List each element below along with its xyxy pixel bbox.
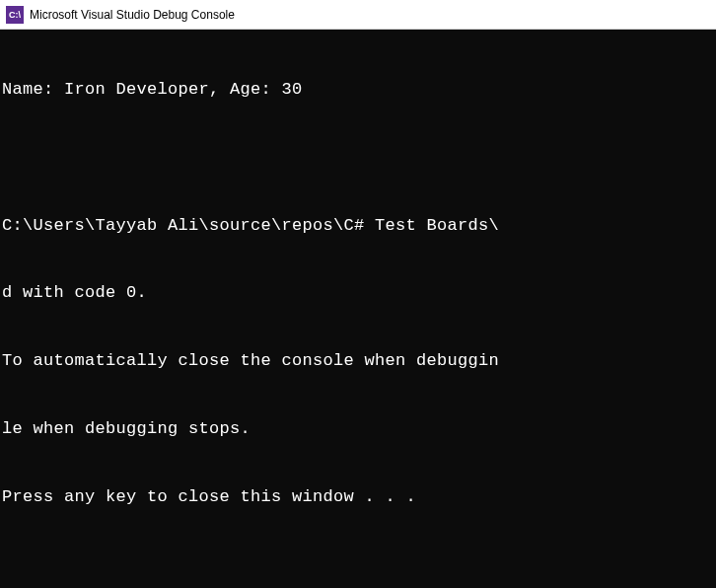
console-output[interactable]: Name: Iron Developer, Age: 30 C:\Users\T…	[0, 30, 716, 588]
console-line: To automatically close the console when …	[2, 350, 714, 373]
console-blank-line	[2, 147, 714, 170]
console-line: Name: Iron Developer, Age: 30	[2, 79, 714, 102]
window-title-bar[interactable]: C:\ Microsoft Visual Studio Debug Consol…	[0, 0, 716, 30]
app-icon-text: C:\	[9, 10, 21, 20]
console-line: d with code 0.	[2, 282, 714, 305]
console-line: C:\Users\Tayyab Ali\source\repos\C# Test…	[2, 215, 714, 238]
app-icon: C:\	[6, 6, 24, 24]
window-title: Microsoft Visual Studio Debug Console	[30, 8, 235, 22]
console-line: le when debugging stops.	[2, 418, 714, 441]
console-line: Press any key to close this window . . .	[2, 486, 714, 509]
